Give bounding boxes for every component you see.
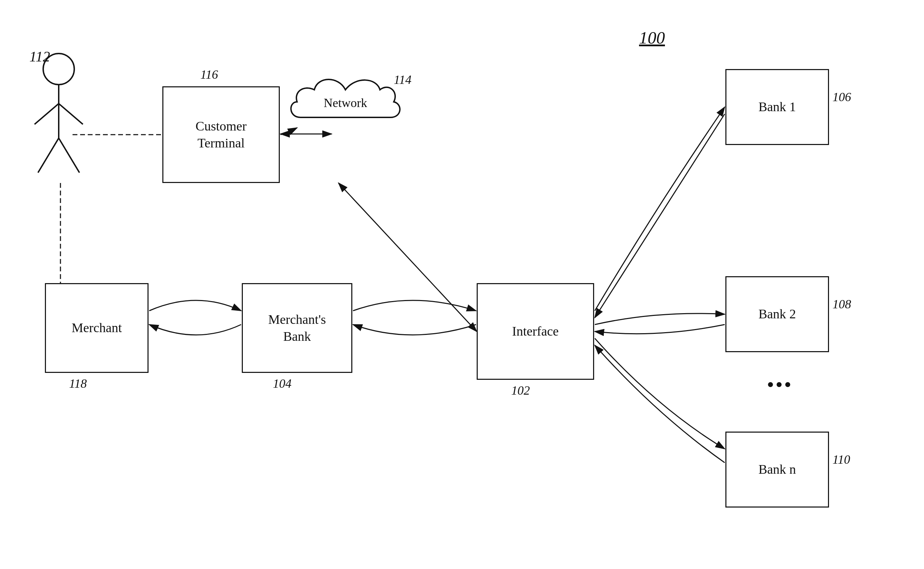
merchant-label: Merchant [72,319,122,336]
customer-person [27,48,90,186]
interface-id: 102 [511,383,530,398]
bank1-id: 106 [833,90,851,104]
svg-line-10 [35,103,59,124]
bank2-label: Bank 2 [758,306,796,323]
merchants-bank-id: 104 [273,376,292,391]
customer-terminal-id: 116 [200,67,218,82]
merchants-bank-label: Merchant'sBank [268,311,326,345]
network-id: 114 [394,73,411,87]
bank1-box: Bank 1 [725,69,829,145]
svg-text:Network: Network [324,96,367,110]
main-diagram-id: 100 [639,27,665,48]
svg-line-13 [59,138,79,173]
svg-line-12 [38,138,59,173]
dots-between-banks: ••• [767,373,793,397]
merchant-id: 118 [69,376,87,391]
bank2-box: Bank 2 [725,276,829,352]
interface-label: Interface [512,323,559,340]
bankn-id: 110 [833,452,850,467]
network-cloud: Network [283,69,408,173]
svg-line-11 [59,103,83,124]
bankn-label: Bank n [758,461,796,478]
diagram: 112 CustomerTerminal 116 Network 114 Int… [0,0,924,569]
bank2-id: 108 [833,297,851,312]
bank1-label: Bank 1 [758,98,796,115]
person-id-label: 112 [29,48,50,65]
merchant-box: Merchant [45,283,149,373]
customer-terminal-label: CustomerTerminal [195,118,247,152]
customer-terminal-box: CustomerTerminal [162,86,280,183]
interface-box: Interface [477,283,594,380]
merchants-bank-box: Merchant'sBank [242,283,352,373]
svg-line-7 [338,183,477,332]
bankn-box: Bank n [725,432,829,508]
